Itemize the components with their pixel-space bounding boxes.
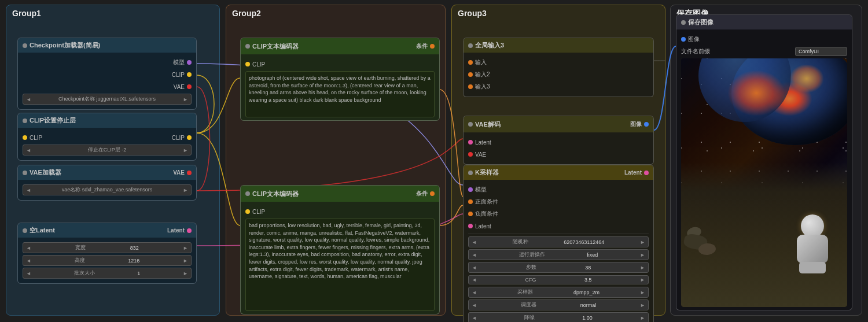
save-image-body: 图像 文件名前缀 ComfyUI (676, 29, 852, 310)
vae-decode-status-dot (468, 122, 473, 127)
ksampler-steps-value: 38 (585, 265, 591, 271)
node-global-input: 全局输入3 输入 输入2 输入3 (463, 38, 654, 97)
clip2-header: CLIP文本编码器 条件 (241, 186, 439, 202)
vae-decode-title: VAE解码 (475, 120, 501, 129)
clip-stop-right-arrow[interactable]: ► (183, 147, 188, 153)
ksampler-seed-row: ◄ 随机种 62073463112464 ► (468, 236, 649, 247)
vae-loader-field-row: ◄ vae名称 sdxl_zhamao_vae.safetensors ► (23, 184, 192, 195)
clip-stop-left-arrow[interactable]: ◄ (26, 147, 31, 153)
checkpoint-header: Checkpoint加载器(简易) (18, 38, 196, 53)
ksampler-noise-row: ◄ 降噪 1.00 ► (468, 312, 649, 322)
clip-stop-ports-row: CLIP CLIP (23, 132, 192, 143)
checkpoint-left-arrow[interactable]: ◄ (26, 97, 31, 102)
fire-visual (727, 70, 785, 116)
latent-width-right[interactable]: ► (183, 245, 188, 251)
ksampler-model-dot (468, 187, 473, 192)
clip-stop-header: CLIP设置停止层 (18, 113, 196, 128)
vae-loader-out-dot (187, 171, 192, 175)
latent-batch-right[interactable]: ► (183, 271, 188, 276)
latent-width-value: 832 (130, 245, 139, 251)
vae-loader-left-arrow[interactable]: ◄ (26, 187, 31, 193)
checkpoint-clip-dot (187, 72, 192, 77)
ksampler-sampler-row: ◄ 采样器 dpmpp_2m ► (468, 287, 649, 298)
group3-title: Group3 (452, 5, 665, 21)
node-clip1: CLIP文本编码器 条件 CLIP photograph of (centere… (240, 38, 440, 121)
checkpoint-body: 模型 CLIP VAE ◄ (18, 53, 196, 109)
clip1-status-dot (245, 44, 250, 49)
checkpoint-vae-dot (187, 84, 192, 89)
latent-batch-left[interactable]: ◄ (26, 271, 31, 276)
global-input-title: 全局输入3 (475, 41, 504, 50)
latent-out-label: Latent (167, 227, 185, 234)
clip-stop-in-dot (23, 135, 27, 140)
latent-header: 空Latent Latent (18, 223, 196, 238)
checkpoint-right-arrow[interactable]: ► (183, 97, 188, 102)
vae-loader-status-dot (23, 171, 27, 175)
latent-height-label: 高度 (75, 257, 85, 264)
latent-height-right[interactable]: ► (183, 258, 188, 264)
clip-stop-in-label: CLIP (30, 135, 42, 141)
ksampler-noise-label: 降噪 (524, 314, 535, 321)
ksampler-model-row: 模型 (468, 184, 649, 195)
latent-width-left[interactable]: ◄ (26, 245, 31, 251)
ksampler-sched-value: normal (580, 302, 597, 308)
clip1-header: CLIP文本编码器 条件 (241, 38, 439, 54)
node-vae-decode: VAE解码 图像 Latent VAE (463, 116, 654, 165)
vae-decode-header: VAE解码 图像 (464, 116, 653, 132)
latent-batch-row: ◄ 批次大小 1 ► (23, 268, 192, 279)
clip2-in-label: CLIP (252, 209, 265, 215)
ksampler-neg-row: 负面条件 (468, 209, 649, 219)
checkpoint-title: Checkpoint加载器(简易) (30, 41, 100, 50)
vae-decode-body: Latent VAE (464, 132, 653, 164)
checkpoint-model-label: 模型 (173, 58, 185, 66)
clip2-cond-label: 条件 (416, 190, 428, 198)
clip1-clip-row: CLIP (245, 59, 435, 69)
ksampler-pos-label: 正面条件 (475, 198, 498, 206)
save-image-status-dot (681, 20, 686, 25)
ksampler-cfg-row: ◄ CFG 3.5 ► (468, 275, 649, 285)
vae-decode-vae-row: VAE (468, 149, 649, 160)
global-input-status-dot (468, 43, 473, 48)
node-checkpoint: Checkpoint加载器(简易) 模型 CLIP (17, 38, 197, 110)
save-image-input-row: 图像 (681, 34, 847, 45)
vae-loader-value: vae名称 sdxl_zhamao_vae.safetensors (62, 186, 153, 194)
vae-loader-right-arrow[interactable]: ► (183, 187, 188, 193)
ksampler-latent-row: Latent (468, 221, 649, 231)
checkpoint-vae-label: VAE (174, 84, 185, 90)
vae-loader-header: VAE加载器 VAE (18, 165, 196, 180)
clip2-text-area[interactable]: bad proportions, low resolution, bad, ug… (245, 219, 435, 311)
checkpoint-vae-row: VAE (23, 82, 192, 92)
vae-loader-out-label: VAE (173, 169, 185, 176)
latent-height-left[interactable]: ◄ (26, 258, 31, 264)
ksampler-body: 模型 正面条件 负面条件 Latent (464, 180, 653, 322)
clip1-text-area[interactable]: photograph of (centered wide shot, space… (245, 71, 435, 117)
astronaut-torso (797, 235, 828, 264)
clip-stop-status-dot (23, 119, 27, 123)
checkpoint-clip-label: CLIP (172, 72, 185, 78)
ksampler-postfix-value: fixed (587, 252, 598, 258)
clip1-in-dot (245, 62, 250, 66)
clip2-cond-dot (430, 191, 435, 196)
ksampler-cfg-value: 3.5 (584, 277, 592, 283)
gi-port2-label: 输入2 (475, 71, 490, 79)
save-image-prefix-value[interactable]: ComfyUI (799, 49, 819, 54)
ksampler-pos-row: 正面条件 (468, 197, 649, 207)
node-vae-loader: VAE加载器 VAE ◄ vae名称 sdxl_zhamao_vae.safet… (17, 165, 197, 201)
latent-title: 空Latent (30, 226, 55, 235)
ksampler-seed-value: 62073463112464 (564, 239, 604, 245)
ksampler-out-label: Latent (624, 169, 642, 176)
ksampler-sampler-label: 采样器 (517, 288, 533, 296)
gi-port1-label: 输入 (475, 58, 487, 66)
clip2-in-dot (245, 209, 250, 214)
ksampler-sched-row: ◄ 调度器 normal ► (468, 299, 649, 310)
vae-decode-latent-label: Latent (475, 139, 491, 146)
ksampler-denoise-row: ◄ 运行后操作 fixed ► (468, 249, 649, 260)
clip-stop-value: 停止在CLIP层 -2 (88, 146, 127, 154)
ksampler-seed-label: 随机种 (513, 238, 528, 246)
group2-title: Group2 (226, 5, 445, 21)
ksampler-steps-label: 步数 (526, 264, 536, 271)
ksampler-sampler-value: dpmpp_2m (573, 290, 599, 295)
save-image-title: 保存图像 (688, 18, 713, 27)
ksampler-noise-value: 1.00 (582, 315, 593, 321)
node-ksampler: K采样器 Latent 模型 正面条件 (463, 165, 654, 322)
